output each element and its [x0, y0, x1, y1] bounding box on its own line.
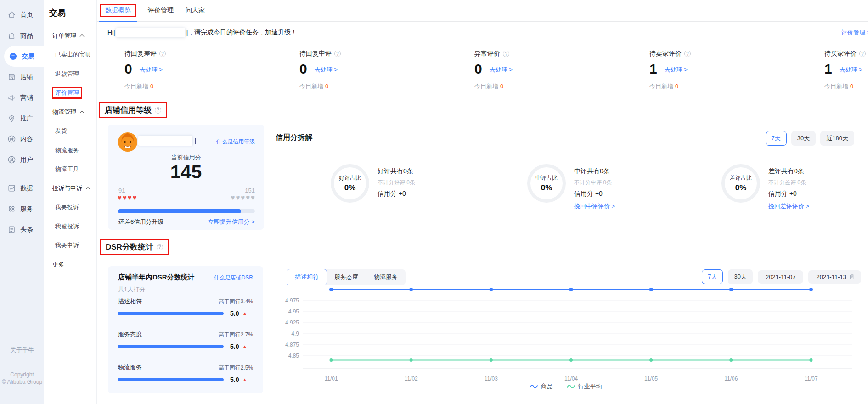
rail-item-services[interactable]: 服务 [0, 199, 44, 219]
ring-score: 信用分 +0 [768, 190, 809, 198]
help-icon[interactable]: ? [859, 51, 866, 57]
rail-item-label: 交易 [22, 52, 34, 61]
blurred-shop-name [138, 136, 192, 146]
review-manage-corner-link[interactable]: 评价管理 > [841, 28, 868, 37]
blurred-username [116, 28, 185, 37]
avatar [117, 131, 138, 153]
help-icon[interactable]: ? [503, 51, 509, 57]
rail-item-data[interactable]: 数据 [0, 178, 44, 199]
nav-item[interactable]: 已卖出的宝贝 [44, 46, 96, 65]
home-icon [7, 11, 16, 19]
tab-ask-everyone[interactable]: 问大家 [184, 0, 206, 22]
rail-item-goods[interactable]: 商品 [0, 25, 44, 46]
stat-new-today: 今日新增0 [824, 82, 868, 91]
tab-review-manage[interactable]: 评价管理 [147, 0, 175, 22]
ring-excluded: 不计分中评 0条 [574, 179, 615, 187]
dsr-section: 店铺半年内DSR分数统计 什么是店铺DSR 共1人打分 描述相符高于同行3.4%… [108, 266, 868, 393]
breakdown-group-2: 差评占比0%差评共有0条不计分差评 0条信用分 +0挽回差评评价 > [721, 164, 809, 211]
svg-text:4.925: 4.925 [285, 319, 299, 326]
help-icon[interactable]: ? [684, 51, 691, 57]
help-icon[interactable]: ? [334, 51, 341, 57]
credit-section-annotation: 店铺信用等级 ? [99, 102, 167, 118]
stat-action-link[interactable]: 去处理 > [315, 66, 338, 76]
nav-item[interactable]: 发货 [44, 122, 96, 141]
up-arrow-icon: ▲ [242, 377, 247, 382]
stat-action-link[interactable]: 去处理 > [840, 66, 862, 76]
main-content: 数据概览评价管理问大家 Hi[]，请完成今日的评价任务，加速升级！ 评价管理 >… [97, 0, 868, 404]
next-level-hearts: ♥♥♥♥♥ [231, 193, 256, 201]
nav-group-0[interactable]: 订单管理 [44, 26, 96, 46]
rail-item-label: 营销 [20, 94, 33, 102]
recover-review-link[interactable]: 挽回差评评价 > [768, 202, 809, 211]
boost-credit-link[interactable]: 立即提升信用分 > [208, 218, 255, 226]
stat-new-today: 今日新增0 [474, 82, 640, 91]
nav-item-label: 我要投诉 [55, 203, 79, 211]
rail-item-home[interactable]: 首页 [0, 5, 44, 25]
nav-group-2[interactable]: 投诉与申诉 [44, 179, 96, 198]
help-icon[interactable]: ? [159, 51, 166, 57]
nav-group-1[interactable]: 物流管理 [44, 102, 96, 122]
svg-text:11/06: 11/06 [724, 376, 738, 382]
stat-action-link[interactable]: 去处理 > [490, 66, 513, 76]
ring-excluded: 不计分差评 0条 [768, 179, 809, 187]
nav-item[interactable]: 退款管理 [44, 64, 96, 84]
dsr-section-annotation: DSR分数统计 ? [100, 239, 169, 255]
stat-action-link[interactable]: 去处理 > [140, 66, 163, 76]
help-icon[interactable]: ? [157, 244, 163, 250]
legend-item-商品[interactable]: 商品 [530, 382, 553, 391]
what-is-credit-link[interactable]: 什么是信用等级 [216, 138, 255, 146]
legend-item-行业平均[interactable]: 行业平均 [567, 382, 602, 391]
help-icon[interactable]: ? [155, 107, 161, 114]
metric-bar-fill [118, 345, 224, 348]
credit-breakdown-panel: 信用分拆解 7天30天近180天 好评占比0%好评共有0条不计分好评 0条信用分… [264, 125, 868, 230]
metric-name: 描述相符 [118, 297, 142, 306]
stat-label: 异常评价 [474, 50, 500, 58]
range-tab-7天[interactable]: 7天 [766, 131, 787, 146]
nav-item[interactable]: 我要投诉 [44, 198, 96, 217]
stat-card-1: 待回复中评?0去处理 >今日新增0 [299, 43, 465, 91]
ring-value: 0% [344, 183, 356, 193]
credit-section-title: 店铺信用等级 [105, 105, 152, 115]
stat-value: 1 [824, 62, 832, 76]
ring-details: 好评共有0条不计分好评 0条信用分 +0 [378, 164, 415, 198]
nav-item[interactable]: 物流服务 [44, 141, 96, 160]
recover-review-link[interactable]: 挽回中评评价 > [574, 202, 615, 211]
nav-item[interactable]: 物流工具 [44, 160, 96, 179]
range-tab-30天[interactable]: 30天 [791, 131, 816, 146]
current-credit-score: 145 [108, 161, 264, 183]
rail-item-label: 店铺 [20, 73, 33, 81]
rail-item-marketing[interactable]: 营销 [0, 87, 44, 108]
up-arrow-icon: ▲ [242, 311, 247, 316]
rail-item-content[interactable]: 内容 [0, 129, 44, 149]
rail-item-headlines[interactable]: 头条 [0, 219, 44, 240]
divider [263, 263, 868, 263]
stat-value: 0 [299, 62, 307, 76]
ring-details: 中评共有0条不计分中评 0条信用分 +0挽回中评评价 > [574, 164, 615, 211]
about-qianniu-link[interactable]: 关于千牛 [0, 346, 44, 354]
nav-item[interactable]: 我要申诉 [44, 236, 96, 256]
headlines-icon [7, 225, 16, 234]
rail-item-user[interactable]: 用户 [0, 149, 44, 170]
stat-action-link[interactable]: 去处理 > [665, 66, 688, 76]
rail-item-shop[interactable]: 店铺 [0, 67, 44, 87]
chevron-up-icon [80, 34, 85, 39]
annotation-box: 数据概览 [100, 4, 136, 17]
nav-item[interactable]: 我被投诉 [44, 217, 96, 236]
what-is-dsr-link[interactable]: 什么是店铺DSR [214, 274, 253, 282]
range-tab-近180天[interactable]: 近180天 [820, 131, 854, 146]
tab-bar: 数据概览评价管理问大家 [97, 0, 868, 22]
rail-item-label: 头条 [20, 226, 33, 234]
nav-more[interactable]: 更多 [44, 255, 96, 274]
tab-data-overview[interactable]: 数据概览 [99, 0, 137, 22]
rail-item-promotion[interactable]: 推广 [0, 108, 44, 129]
ring-value: 0% [541, 183, 552, 193]
rail-item-trade[interactable]: 交易 [4, 46, 44, 67]
nav-more-label: 更多 [52, 261, 64, 269]
stat-label: 待买家评价 [824, 50, 857, 58]
nav-item[interactable]: 评价管理 [44, 84, 96, 103]
nav-item-label: 评价管理 [55, 89, 79, 96]
dsr-metric-1: 服务态度高于同行2.7%5.0▲ [118, 330, 253, 350]
nav-item-label: 退款管理 [55, 70, 79, 78]
stat-card-4: 待买家评价?1去处理 >今日新增0 [824, 43, 868, 91]
ring-label: 差评占比 [730, 174, 752, 182]
